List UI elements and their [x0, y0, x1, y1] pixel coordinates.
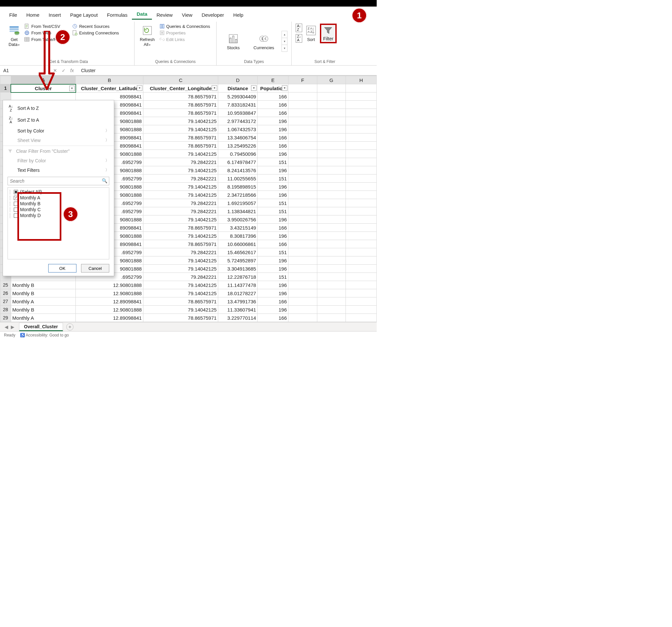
column-title[interactable]: [346, 84, 377, 93]
col-header-G[interactable]: G: [317, 76, 346, 84]
cell[interactable]: [346, 101, 377, 109]
cell[interactable]: 5.299304409: [218, 93, 258, 101]
cell[interactable]: [288, 232, 317, 240]
tab-insert[interactable]: Insert: [44, 11, 66, 20]
cell[interactable]: 6.174978477: [218, 158, 258, 166]
cell[interactable]: [317, 297, 346, 306]
cell[interactable]: [317, 306, 346, 314]
cell[interactable]: 196: [258, 117, 288, 125]
tab-file[interactable]: File: [5, 11, 22, 20]
cell[interactable]: 166: [258, 93, 288, 101]
cell[interactable]: 79.14042125: [143, 306, 218, 314]
filter-dropdown-icon[interactable]: ▼: [212, 85, 217, 91]
tab-home[interactable]: Home: [22, 11, 44, 20]
cell[interactable]: 78.86575971: [143, 314, 218, 322]
cell[interactable]: 166: [258, 314, 288, 322]
row-header[interactable]: 29: [0, 314, 11, 322]
cell[interactable]: 0.79450096: [218, 150, 258, 158]
cell[interactable]: 166: [258, 109, 288, 117]
cell[interactable]: 3.43215149: [218, 224, 258, 232]
cell[interactable]: 18.01278227: [218, 289, 258, 297]
cell[interactable]: [288, 150, 317, 158]
tab-help[interactable]: Help: [229, 11, 248, 20]
cell[interactable]: [346, 142, 377, 150]
cell[interactable]: [288, 265, 317, 273]
cell[interactable]: [288, 297, 317, 306]
cell[interactable]: [317, 125, 346, 133]
cell[interactable]: [317, 93, 346, 101]
cell[interactable]: [288, 314, 317, 322]
cell[interactable]: 79.14042125: [143, 216, 218, 224]
filter-dropdown-icon[interactable]: ▼: [282, 85, 287, 91]
tab-view[interactable]: View: [177, 11, 197, 20]
cell[interactable]: [317, 133, 346, 142]
cell[interactable]: 79.14042125: [143, 256, 218, 265]
cell[interactable]: [346, 265, 377, 273]
cell[interactable]: [288, 224, 317, 232]
cell[interactable]: [288, 158, 317, 166]
row-header[interactable]: [0, 93, 11, 101]
cell[interactable]: [317, 109, 346, 117]
cell[interactable]: 8.30817396: [218, 232, 258, 240]
cell[interactable]: [317, 117, 346, 125]
sheet-next-icon[interactable]: ▶: [11, 324, 15, 330]
tab-page-layout[interactable]: Page Layout: [66, 11, 102, 20]
cell[interactable]: [288, 191, 317, 199]
cell[interactable]: [317, 183, 346, 191]
cell[interactable]: [288, 183, 317, 191]
tab-review[interactable]: Review: [152, 11, 177, 20]
cell[interactable]: 78.86575971: [143, 224, 218, 232]
cell[interactable]: 1.692195057: [218, 199, 258, 207]
cell[interactable]: 11.33607941: [218, 306, 258, 314]
cell[interactable]: 12.89098841: [76, 297, 143, 306]
filter-dropdown-icon[interactable]: ▼: [69, 85, 75, 91]
cell[interactable]: [288, 125, 317, 133]
cell[interactable]: [346, 117, 377, 125]
cell[interactable]: [288, 248, 317, 256]
col-header-B[interactable]: B: [76, 76, 143, 84]
cell[interactable]: [317, 240, 346, 248]
col-header-D[interactable]: D: [218, 76, 258, 84]
cell[interactable]: 151: [258, 174, 288, 183]
cell[interactable]: [346, 133, 377, 142]
column-title[interactable]: Cluster_Center_Latitude▼: [76, 84, 143, 93]
cell[interactable]: 79.14042125: [143, 232, 218, 240]
cell[interactable]: 79.2842221: [143, 199, 218, 207]
cell[interactable]: [346, 306, 377, 314]
row-header[interactable]: 28: [0, 306, 11, 314]
cell[interactable]: 196: [258, 166, 288, 174]
cell[interactable]: [288, 216, 317, 224]
cell[interactable]: Monthly A: [11, 297, 76, 306]
row-header[interactable]: 26: [0, 289, 11, 297]
cell[interactable]: [346, 216, 377, 224]
cell[interactable]: [346, 314, 377, 322]
cell[interactable]: [317, 273, 346, 281]
cell[interactable]: [288, 281, 317, 289]
cell[interactable]: 196: [258, 256, 288, 265]
cell[interactable]: [288, 142, 317, 150]
cell[interactable]: [346, 207, 377, 216]
cell[interactable]: 8.241413576: [218, 166, 258, 174]
select-all-corner[interactable]: [0, 76, 11, 84]
column-title[interactable]: Population▼: [258, 84, 288, 93]
cancel-button[interactable]: Cancel: [81, 264, 109, 273]
column-title[interactable]: Cluster_Center_Longitude▼: [143, 84, 218, 93]
cell[interactable]: [288, 174, 317, 183]
cell[interactable]: 196: [258, 232, 288, 240]
cell[interactable]: 78.86575971: [143, 240, 218, 248]
cell[interactable]: [317, 207, 346, 216]
sort-z-to-a[interactable]: Z↓ASort Z to A: [3, 114, 114, 126]
cell[interactable]: [346, 191, 377, 199]
cell[interactable]: 13.34606754: [218, 133, 258, 142]
cell[interactable]: 196: [258, 281, 288, 289]
column-title[interactable]: Distance▼: [218, 84, 258, 93]
refresh-all-button[interactable]: Refresh All▾: [139, 24, 156, 47]
cell[interactable]: 89098841: [76, 93, 143, 101]
cell[interactable]: Monthly B: [11, 289, 76, 297]
filter-dropdown-icon[interactable]: ▼: [251, 85, 257, 91]
tab-formulas[interactable]: Formulas: [102, 11, 132, 20]
cell[interactable]: 5.724952897: [218, 256, 258, 265]
cell[interactable]: [317, 191, 346, 199]
cell[interactable]: [317, 101, 346, 109]
cell[interactable]: [346, 281, 377, 289]
